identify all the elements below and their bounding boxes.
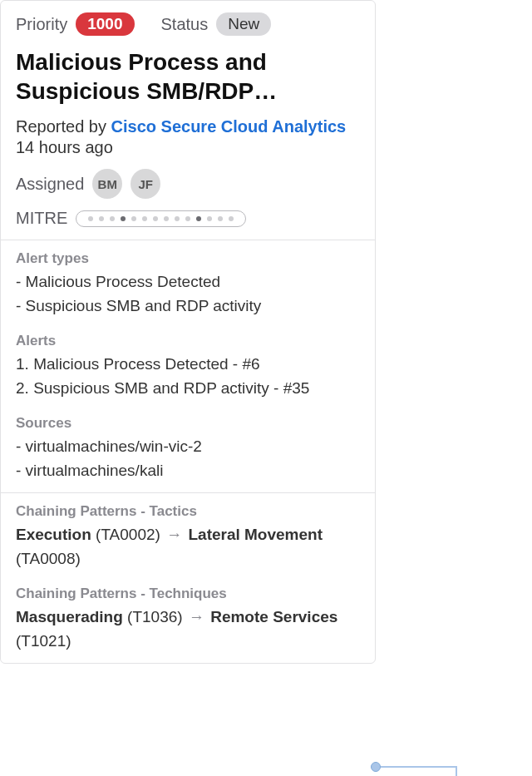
list-item: - Suspicious SMB and RDP activity	[16, 294, 360, 319]
incident-card: Priority 1000 Status New Malicious Proce…	[0, 0, 376, 664]
chain-techniques-heading: Chaining Patterns - Techniques	[16, 586, 360, 602]
alerts-block: Alerts 1. Malicious Process Detected - #…	[16, 333, 360, 400]
source-text: virtualmachines/kali	[26, 462, 164, 479]
alert-details-section: Alert types - Malicious Process Detected…	[1, 240, 375, 493]
list-item: - Malicious Process Detected	[16, 270, 360, 294]
source-text: virtualmachines/win-vic-2	[26, 437, 202, 455]
arrow-icon: →	[187, 608, 206, 625]
mitre-dot	[121, 216, 126, 221]
reported-by-row: Reported by Cisco Secure Cloud Analytics	[16, 117, 360, 136]
mitre-dot	[207, 216, 212, 221]
tactic-code: (TA0008)	[16, 550, 81, 567]
mitre-dot	[99, 216, 104, 221]
technique-code: (T1021)	[16, 632, 71, 650]
priority-status-row: Priority 1000 Status New	[16, 12, 360, 36]
mitre-dot	[229, 216, 234, 221]
assigned-row: Assigned BM JF	[16, 169, 360, 199]
assigned-label: Assigned	[16, 175, 84, 194]
alert-type-text: Suspicious SMB and RDP activity	[26, 297, 262, 314]
mitre-dot	[164, 216, 169, 221]
arrow-icon: →	[165, 526, 184, 543]
alert-types-block: Alert types - Malicious Process Detected…	[16, 250, 360, 318]
chain-techniques-block: Chaining Patterns - Techniques Masquerad…	[16, 586, 360, 653]
chain-tactics-block: Chaining Patterns - Tactics Execution (T…	[16, 503, 360, 571]
mitre-dot	[110, 216, 115, 221]
reported-time-ago: 14 hours ago	[16, 138, 360, 157]
reported-by-source-link[interactable]: Cisco Secure Cloud Analytics	[111, 117, 347, 136]
avatar[interactable]: BM	[92, 169, 122, 199]
technique-name: Remote Services	[210, 608, 337, 625]
mitre-dot	[142, 216, 147, 221]
mitre-tactic-pill[interactable]	[76, 210, 246, 227]
incident-header-section: Priority 1000 Status New Malicious Proce…	[1, 1, 375, 240]
avatar[interactable]: JF	[131, 169, 160, 199]
chain-techniques-line: Masquerading (T1036) → Remote Services (…	[16, 605, 360, 653]
status-label: Status	[161, 15, 209, 34]
chain-tactics-line: Execution (TA0002) → Lateral Movement (T…	[16, 523, 360, 571]
mitre-row: MITRE	[16, 209, 360, 228]
list-item: 2. Suspicious SMB and RDP activity - #35	[16, 377, 360, 401]
alert-types-heading: Alert types	[16, 250, 360, 267]
mitre-label: MITRE	[16, 209, 67, 228]
chaining-patterns-section: Chaining Patterns - Tactics Execution (T…	[1, 493, 375, 663]
mitre-dot	[196, 216, 201, 221]
tactic-code: (TA0002)	[96, 526, 160, 543]
technique-code: (T1036)	[127, 608, 183, 625]
incident-title: Malicious Process and Suspicious SMB/RDP…	[16, 47, 360, 106]
mitre-dot	[218, 216, 223, 221]
tactic-name: Execution	[16, 526, 91, 543]
mitre-dot	[131, 216, 136, 221]
list-item: 1. Malicious Process Detected - #6	[16, 353, 360, 377]
priority-label: Priority	[16, 15, 67, 34]
reported-by-prefix: Reported by	[16, 117, 106, 136]
priority-badge[interactable]: 1000	[76, 12, 134, 36]
alert-text: Malicious Process Detected - #6	[33, 355, 259, 373]
tactic-name: Lateral Movement	[188, 526, 323, 543]
sources-block: Sources - virtualmachines/win-vic-2 - vi…	[16, 415, 360, 482]
sources-heading: Sources	[16, 415, 360, 432]
alert-type-text: Malicious Process Detected	[26, 273, 220, 290]
list-item: - virtualmachines/win-vic-2	[16, 435, 360, 459]
mitre-dot	[153, 216, 158, 221]
list-item: - virtualmachines/kali	[16, 459, 360, 483]
alert-text: Suspicious SMB and RDP activity - #35	[33, 379, 309, 397]
mitre-dot	[185, 216, 190, 221]
chain-tactics-heading: Chaining Patterns - Tactics	[16, 503, 360, 520]
status-badge[interactable]: New	[216, 12, 271, 36]
technique-name: Masquerading	[16, 608, 123, 625]
mitre-dot	[175, 216, 180, 221]
alerts-heading: Alerts	[16, 333, 360, 349]
mitre-dot	[88, 216, 93, 221]
